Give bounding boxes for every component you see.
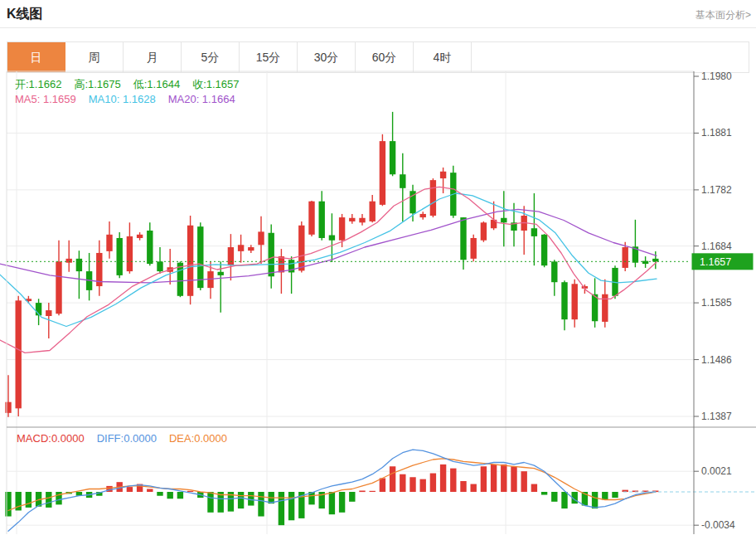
macd-hist-bar — [471, 484, 477, 492]
macd-hist-bar — [460, 481, 466, 492]
candle-body — [106, 235, 112, 251]
candle-body — [440, 172, 446, 178]
macd-hist-bar — [349, 492, 355, 502]
macd-hist-bar — [207, 492, 213, 513]
candle-body — [218, 272, 224, 275]
candle-body — [359, 218, 365, 223]
macd-hist-bar — [177, 492, 183, 499]
ma-legend-item: MA10: 1.1628 — [89, 93, 156, 105]
candle-body — [471, 238, 477, 259]
candle-body — [420, 214, 426, 217]
candle-body — [66, 259, 72, 263]
macd-legend-item: DEA:0.0000 — [169, 432, 227, 445]
macd-hist-bar — [561, 492, 567, 508]
macd-hist-bar — [592, 492, 598, 508]
candle-body — [481, 222, 487, 240]
candle-body — [187, 226, 193, 296]
ma-legend-item: MA5: 1.1659 — [15, 93, 76, 105]
macd-hist-bar — [5, 492, 11, 517]
macd-hist-bar — [420, 479, 426, 492]
candle-body — [147, 231, 153, 264]
candle-body — [298, 226, 304, 271]
macd-hist-bar — [248, 492, 254, 506]
macd-hist-bar — [380, 478, 385, 492]
candle-body — [117, 238, 123, 275]
macd-hist-bar — [430, 474, 436, 492]
candle-body — [561, 282, 567, 319]
candle-body — [652, 259, 658, 261]
ohlc-legend-item: 收:1.1657 — [192, 78, 239, 90]
candle-body — [370, 202, 376, 221]
macd-hist-bar — [541, 492, 547, 495]
candle-body — [460, 217, 466, 260]
candle-body — [157, 261, 162, 271]
macd-hist-bar — [612, 492, 618, 498]
candle-body — [238, 245, 244, 251]
candle-body — [501, 218, 506, 223]
macd-hist-bar — [390, 466, 395, 492]
price-axis-label: 1.1387 — [701, 411, 732, 422]
candle-body — [16, 300, 22, 408]
macd-hist-bar — [511, 466, 516, 492]
candle-body — [380, 141, 385, 205]
macd-hist-bar — [531, 484, 537, 492]
macd-legend-item: DIFF:0.0000 — [97, 432, 157, 445]
candle-body — [269, 233, 274, 277]
macd-hist-bar — [359, 491, 365, 493]
candle-body — [390, 141, 395, 174]
macd-hist-bar — [26, 492, 32, 508]
ma-legend: MA5: 1.1659MA10: 1.1628MA20: 1.1664 — [15, 93, 248, 105]
macd-hist-bar — [491, 464, 497, 492]
candle-body — [228, 247, 234, 265]
price-axis-label: 1.1585 — [701, 297, 732, 309]
macd-hist-bar — [258, 492, 264, 517]
candle-body — [248, 247, 254, 250]
macd-legend-item: MACD:0.0000 — [17, 432, 85, 445]
macd-hist-bar — [481, 466, 487, 492]
macd-hist-bar — [370, 491, 376, 492]
candle-body — [46, 310, 51, 316]
macd-hist-bar — [339, 492, 345, 513]
macd-hist-bar — [501, 464, 506, 492]
candle-body — [531, 228, 537, 236]
macd-hist-bar — [329, 492, 335, 514]
macd-hist-bar — [127, 487, 133, 492]
ohlc-legend-item: 开:1.1662 — [15, 78, 61, 90]
candle-body — [56, 261, 61, 314]
current-price-badge-value: 1.1657 — [700, 256, 731, 268]
macd-hist-bar — [400, 474, 405, 492]
candle-body — [541, 235, 547, 265]
macd-hist-bar — [410, 477, 415, 492]
candle-body — [76, 259, 82, 271]
macd-hist-bar — [56, 492, 61, 504]
ohlc-legend: 开:1.1662高:1.1675低:1.1644收:1.1657 — [15, 77, 252, 92]
price-axis-label: 1.1486 — [701, 354, 732, 366]
diff-line — [8, 450, 656, 531]
macd-hist-bar — [440, 464, 446, 492]
macd-hist-bar — [238, 492, 244, 508]
candle-body — [572, 284, 578, 319]
macd-hist-bar — [147, 489, 153, 492]
candle-body — [258, 231, 264, 245]
price-axis-label: 1.1881 — [701, 127, 732, 139]
macd-hist-bar — [602, 492, 608, 499]
candle-body — [623, 247, 628, 268]
candle-body — [400, 174, 405, 188]
price-axis-label: 1.1782 — [701, 184, 732, 196]
candle-body — [349, 218, 355, 221]
macd-legend: MACD:0.0000DIFF:0.0000DEA:0.0000 — [17, 432, 240, 445]
candle-body — [308, 202, 314, 235]
candle-body — [339, 217, 345, 241]
candle-body — [430, 180, 436, 216]
macd-hist-bar — [157, 492, 162, 496]
candle-body — [137, 235, 143, 238]
macd-axis-label: -0.0034 — [701, 519, 735, 531]
candle-body — [551, 261, 557, 282]
macd-hist-bar — [187, 491, 193, 492]
macd-hist-bar — [46, 492, 51, 508]
price-axis-label: 1.1980 — [701, 71, 732, 82]
macd-hist-bar — [551, 492, 557, 502]
price-axis-label: 1.1684 — [701, 241, 732, 252]
macd-hist-bar — [279, 492, 284, 525]
kline-widget: K线图 基本面分析> 日周月5分15分30分60分4时 1.19801.1881… — [0, 0, 756, 535]
